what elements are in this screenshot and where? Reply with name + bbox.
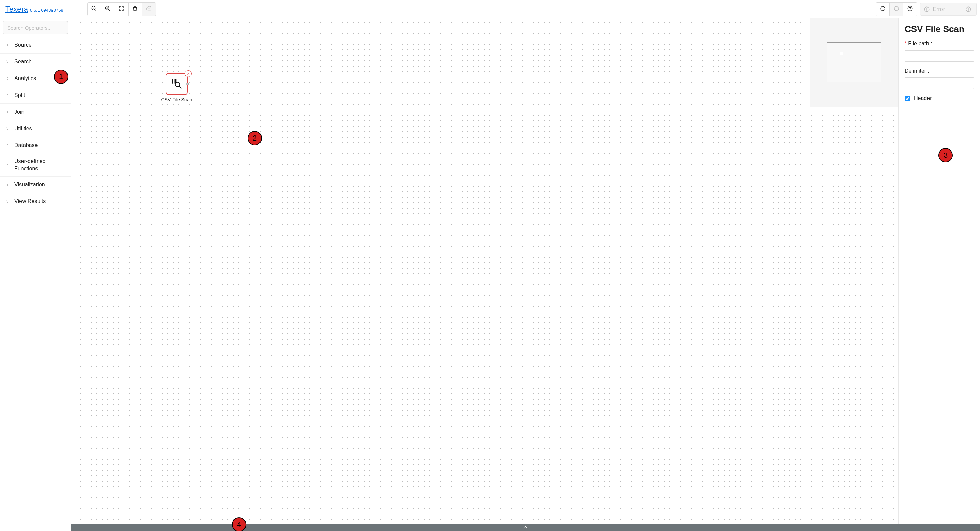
category-label: View Results	[14, 198, 65, 205]
svg-point-10	[910, 10, 911, 10]
header-row: Header	[905, 95, 974, 101]
header-checkbox[interactable]	[905, 96, 910, 101]
sidebar-category-item[interactable]: User-defined Functions	[0, 154, 71, 177]
stop-button	[889, 3, 903, 16]
zoom-out-button[interactable]	[88, 3, 101, 16]
category-label: Split	[14, 92, 65, 99]
error-indicator: Error	[920, 3, 977, 16]
annotation-marker-3: 3	[939, 148, 953, 163]
barcode-scan-icon	[171, 78, 183, 91]
chevron-right-icon	[5, 199, 10, 204]
canvas-tools-group	[87, 2, 156, 16]
svg-point-16	[968, 10, 969, 11]
minimap[interactable]	[810, 18, 898, 107]
sidebar-category-item[interactable]: Utilities	[0, 120, 71, 137]
properties-panel: CSV File Scan *File path : Delimiter : H…	[898, 18, 980, 531]
annotation-marker-2: 2	[248, 131, 262, 145]
minimap-viewport[interactable]	[827, 42, 881, 82]
category-list: SourceSearchAnalyticsSplitJoinUtilitiesD…	[0, 37, 71, 531]
svg-point-8	[894, 6, 899, 11]
file-path-label: *File path :	[905, 41, 974, 47]
operator-box[interactable]	[166, 73, 188, 95]
sidebar-category-item[interactable]: Split	[0, 87, 71, 104]
sidebar-category-item[interactable]: Visualization	[0, 177, 71, 193]
delimiter-label: Delimiter :	[905, 68, 974, 74]
annotation-marker-4: 4	[232, 517, 246, 531]
category-label: Utilities	[14, 125, 65, 132]
warning-icon-tail	[965, 6, 972, 12]
sidebar: SourceSearchAnalyticsSplitJoinUtilitiesD…	[0, 18, 71, 531]
category-label: User-defined Functions	[14, 158, 65, 172]
save-cloud-button	[142, 3, 156, 16]
chevron-right-icon	[5, 127, 10, 131]
chevron-right-icon	[5, 77, 10, 81]
close-icon	[186, 71, 190, 77]
expand-icon	[118, 5, 124, 13]
file-path-row: *File path :	[905, 41, 974, 62]
chevron-up-icon	[522, 524, 528, 531]
minimap-node	[840, 52, 843, 55]
sidebar-category-item[interactable]: Database	[0, 137, 71, 154]
canvas-wrap: CSV File Scan 1 2	[71, 18, 898, 531]
svg-point-7	[881, 6, 885, 11]
operator-node[interactable]: CSV File Scan	[166, 73, 188, 102]
svg-line-4	[108, 9, 110, 11]
zoom-out-icon	[91, 5, 97, 13]
category-label: Join	[14, 108, 65, 116]
fit-screen-button[interactable]	[115, 3, 129, 16]
svg-point-13	[927, 10, 928, 11]
help-button[interactable]	[903, 3, 917, 16]
workflow-canvas[interactable]	[71, 18, 898, 531]
search-wrap	[0, 18, 71, 37]
brand-version: 0.5.1 094390758	[30, 8, 64, 13]
warning-icon	[924, 6, 930, 12]
sidebar-category-item[interactable]: Join	[0, 104, 71, 120]
operator-output-port[interactable]	[186, 83, 189, 85]
svg-line-22	[179, 86, 181, 88]
zoom-in-icon	[105, 5, 111, 13]
category-label: Database	[14, 142, 65, 149]
chevron-right-icon	[5, 93, 10, 97]
cloud-upload-icon	[146, 5, 152, 13]
category-label: Visualization	[14, 181, 65, 188]
run-tools-group	[876, 2, 917, 16]
operator-close-button[interactable]	[185, 70, 192, 77]
brand-link[interactable]: Texera 0.5.1 094390758	[3, 5, 64, 14]
refresh-icon	[880, 5, 886, 13]
main-layout: SourceSearchAnalyticsSplitJoinUtilitiesD…	[0, 18, 980, 531]
chevron-right-icon	[5, 163, 10, 167]
zoom-in-button[interactable]	[101, 3, 115, 16]
brand-name: Texera	[5, 5, 28, 14]
run-button[interactable]	[876, 3, 889, 16]
header-bar: Texera 0.5.1 094390758	[0, 0, 980, 18]
stop-refresh-icon	[893, 5, 899, 13]
svg-line-1	[95, 9, 97, 11]
chevron-right-icon	[5, 110, 10, 114]
error-label: Error	[932, 6, 945, 12]
delimiter-input[interactable]	[905, 78, 974, 89]
category-label: Source	[14, 41, 65, 49]
chevron-right-icon	[5, 183, 10, 187]
sidebar-category-item[interactable]: View Results	[0, 193, 71, 210]
category-label: Search	[14, 58, 65, 65]
properties-title: CSV File Scan	[905, 24, 974, 35]
operator-label: CSV File Scan	[159, 97, 194, 102]
help-icon	[907, 5, 913, 13]
chevron-right-icon	[5, 144, 10, 147]
trash-icon	[132, 5, 138, 13]
delete-button[interactable]	[129, 3, 142, 16]
delimiter-row: Delimiter :	[905, 68, 974, 89]
header-label[interactable]: Header	[914, 95, 932, 101]
chevron-right-icon	[5, 43, 10, 47]
search-input[interactable]	[3, 21, 68, 34]
sidebar-category-item[interactable]: Search	[0, 54, 71, 70]
sidebar-category-item[interactable]: Source	[0, 37, 71, 54]
results-drawer-handle[interactable]	[71, 524, 980, 531]
file-path-input[interactable]	[905, 50, 974, 62]
annotation-marker-1: 1	[54, 70, 68, 84]
chevron-right-icon	[5, 60, 10, 64]
